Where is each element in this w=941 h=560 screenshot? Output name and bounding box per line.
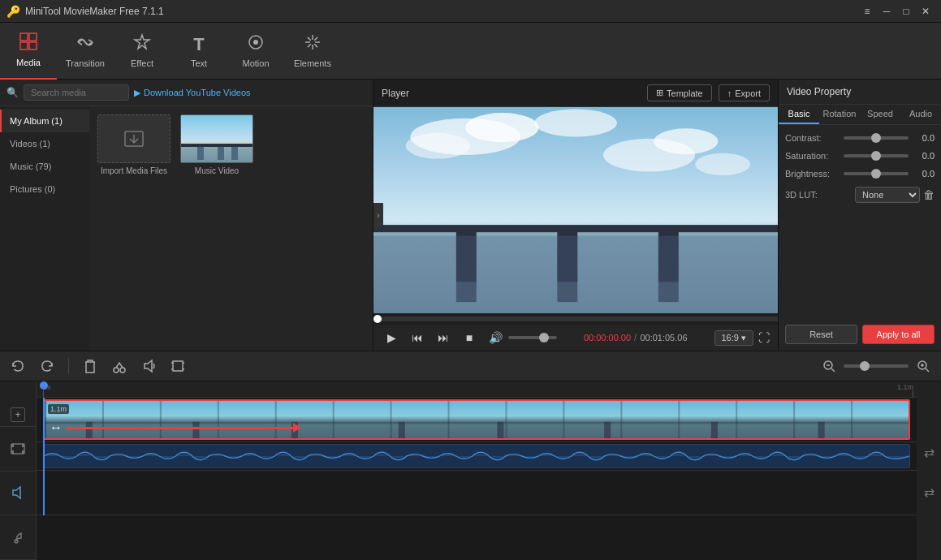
brightness-slider[interactable] (844, 172, 909, 175)
timeline-zoom (818, 355, 935, 377)
play-button[interactable]: ▶ (382, 328, 401, 347)
video-preview-svg (373, 107, 778, 313)
music-video-item[interactable]: ▶ ✓ (180, 114, 253, 175)
total-time: 00:01:05.06 (640, 333, 687, 342)
ruler-line-end (913, 390, 913, 397)
toolbar-text[interactable]: T Text (171, 23, 227, 80)
svg-rect-2 (20, 42, 28, 50)
reset-button[interactable]: Reset (785, 325, 857, 344)
stop-button[interactable]: ■ (460, 328, 479, 347)
player-progress-bar[interactable] (373, 317, 778, 321)
svg-point-6 (253, 40, 258, 45)
delete-button[interactable] (79, 355, 101, 377)
svg-rect-30 (658, 236, 679, 282)
contrast-row: Contrast: 0.0 (785, 133, 935, 143)
zoom-out-button[interactable] (818, 355, 840, 377)
crop-button[interactable] (166, 355, 189, 377)
export-button[interactable]: ↑ Export (719, 84, 770, 101)
contrast-slider[interactable] (844, 136, 909, 140)
svg-rect-56 (793, 401, 795, 438)
saturation-row: Saturation: 0.0 (785, 151, 935, 161)
audio-track-label (0, 472, 36, 516)
import-media-thumb (97, 114, 171, 163)
saturation-label: Saturation: (785, 151, 828, 161)
toolbar-transition[interactable]: Transition (57, 23, 114, 80)
svg-point-16 (465, 113, 539, 142)
tab-speed[interactable]: Speed (860, 105, 900, 124)
toolbar-media[interactable]: Media (0, 23, 57, 80)
video-track-label (0, 427, 36, 472)
tab-audio[interactable]: Audio (900, 105, 941, 124)
tab-rotation[interactable]: Rotation (819, 105, 860, 124)
audio-detach-button[interactable] (137, 355, 160, 377)
sidebar-item-my-album[interactable]: My Album (1) (0, 110, 89, 132)
saturation-slider[interactable] (844, 154, 909, 157)
lut-delete-button[interactable]: 🗑 (923, 188, 935, 201)
sidebar-item-music[interactable]: Music (79) (0, 155, 89, 178)
app-icon: 🔑 (6, 5, 20, 18)
zoom-in-button[interactable] (912, 355, 935, 377)
zoom-slider[interactable] (844, 364, 909, 368)
svg-rect-52 (563, 401, 564, 438)
volume-slider[interactable] (508, 336, 557, 339)
brightness-row: Brightness: 0.0 (785, 169, 935, 179)
svg-point-31 (114, 368, 119, 373)
import-media-item[interactable]: Import Media Files (97, 114, 171, 175)
menu-button[interactable]: ≡ (858, 4, 876, 19)
media-grid: Import Media Files ▶ ✓ (89, 106, 373, 351)
close-button[interactable]: ✕ (917, 4, 935, 19)
video-clip[interactable]: 1.1m (43, 399, 910, 440)
fullscreen-button[interactable]: ⛶ (758, 331, 770, 344)
toolbar-text-label: Text (191, 58, 207, 68)
step-back-button[interactable]: ⏮ (408, 328, 427, 347)
maximize-button[interactable]: □ (897, 4, 915, 19)
playhead (43, 398, 45, 515)
svg-rect-66 (818, 422, 825, 438)
tab-basic[interactable]: Basic (779, 105, 819, 124)
player-controls-left: ▶ ⏮ ⏭ ■ 🔊 (382, 328, 557, 347)
search-media-input[interactable] (24, 84, 129, 101)
time-display-group: 00:00:00.00 / 00:01:05.06 (584, 332, 688, 343)
toolbar-motion[interactable]: Motion (227, 23, 284, 80)
svg-rect-53 (620, 401, 622, 438)
minimize-button[interactable]: ─ (878, 4, 896, 19)
left-content: My Album (1) Videos (1) Music (79) Pictu… (0, 106, 373, 351)
music-track-label (0, 515, 36, 560)
svg-rect-28 (456, 236, 477, 282)
step-forward-button[interactable]: ⏭ (434, 328, 453, 347)
collapse-panel-button[interactable]: › (373, 203, 383, 227)
toolbar-elements[interactable]: Elements (284, 23, 341, 80)
titlebar: 🔑 MiniTool MovieMaker Free 7.1.1 ≡ ─ □ ✕ (0, 0, 941, 23)
aspect-ratio-button[interactable]: 16:9 ▾ (714, 330, 753, 346)
swap-audio-button[interactable]: ⇄ (919, 483, 939, 502)
svg-rect-55 (736, 401, 737, 438)
svg-rect-40 (22, 450, 24, 454)
svg-rect-57 (851, 401, 853, 438)
timeline-ruler: 0s 1.1m (37, 381, 917, 398)
apply-all-button[interactable]: Apply to all (862, 325, 935, 344)
lut-select[interactable]: None (855, 187, 920, 203)
media-icon (19, 32, 37, 54)
svg-rect-54 (678, 401, 680, 438)
download-youtube-button[interactable]: ▶ Download YouTube Videos (134, 88, 251, 98)
timeline-tracks: 1.1m (37, 398, 917, 515)
time-separator: / (634, 332, 637, 343)
toolbar-motion-label: Motion (242, 58, 269, 68)
redo-button[interactable] (36, 355, 58, 377)
template-button[interactable]: ⊞ Template (647, 84, 712, 101)
sidebar-item-pictures[interactable]: Pictures (0) (0, 178, 89, 200)
template-icon: ⊞ (656, 88, 663, 98)
import-media-label: Import Media Files (101, 166, 167, 175)
right-panel: Video Property Basic Rotation Speed Audi… (779, 80, 941, 351)
contrast-label: Contrast: (785, 133, 822, 143)
brightness-slider-container: 0.0 (830, 169, 935, 179)
volume-icon[interactable]: 🔊 (486, 328, 505, 347)
undo-button[interactable] (6, 355, 29, 377)
toolbar-effect[interactable]: Effect (114, 23, 171, 80)
sidebar-item-videos[interactable]: Videos (1) (0, 132, 89, 155)
player-right-controls: 16:9 ▾ ⛶ (714, 330, 770, 346)
svg-rect-0 (20, 33, 28, 41)
add-track-button[interactable]: + (11, 407, 25, 422)
cut-button[interactable] (108, 355, 131, 377)
swap-video-button[interactable]: ⇄ (919, 443, 939, 463)
